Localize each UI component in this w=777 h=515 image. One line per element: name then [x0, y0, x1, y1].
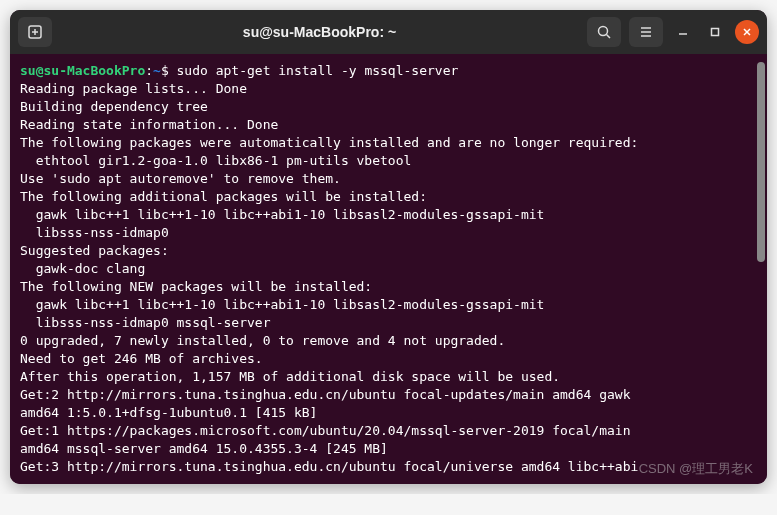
- minimize-button[interactable]: [671, 20, 695, 44]
- output-line: After this operation, 1,157 MB of additi…: [20, 369, 560, 384]
- titlebar: su@su-MacBookPro: ~: [10, 10, 767, 54]
- window-title: su@su-MacBookPro: ~: [52, 24, 587, 40]
- terminal-window: su@su-MacBookPro: ~ su@su-MacBookPro:~$ …: [10, 10, 767, 484]
- scrollbar[interactable]: [757, 62, 765, 262]
- prompt-path: ~: [153, 63, 161, 78]
- close-button[interactable]: [735, 20, 759, 44]
- output-line: libsss-nss-idmap0: [20, 225, 169, 240]
- prompt-symbol: $: [161, 63, 169, 78]
- svg-point-3: [599, 27, 608, 36]
- output-line: Get:2 http://mirrors.tuna.tsinghua.edu.c…: [20, 387, 630, 402]
- menu-button[interactable]: [629, 17, 663, 47]
- output-line: Get:3 http://mirrors.tuna.tsinghua.edu.c…: [20, 459, 638, 474]
- output-line: 0 upgraded, 7 newly installed, 0 to remo…: [20, 333, 505, 348]
- svg-line-4: [607, 35, 611, 39]
- svg-rect-9: [712, 29, 719, 36]
- output-line: gawk-doc clang: [20, 261, 145, 276]
- output-line: amd64 1:5.0.1+dfsg-1ubuntu0.1 [415 kB]: [20, 405, 317, 420]
- output-line: Suggested packages:: [20, 243, 169, 258]
- output-line: The following NEW packages will be insta…: [20, 279, 372, 294]
- output-line: libsss-nss-idmap0 mssql-server: [20, 315, 270, 330]
- output-line: gawk libc++1 libc++1-10 libc++abi1-10 li…: [20, 207, 544, 222]
- search-button[interactable]: [587, 17, 621, 47]
- output-line: gawk libc++1 libc++1-10 libc++abi1-10 li…: [20, 297, 544, 312]
- output-line: Get:1 https://packages.microsoft.com/ubu…: [20, 423, 630, 438]
- terminal-content[interactable]: su@su-MacBookPro:~$ sudo apt-get install…: [10, 54, 767, 484]
- output-line: Building dependency tree: [20, 99, 208, 114]
- output-line: Reading package lists... Done: [20, 81, 247, 96]
- output-line: amd64 mssql-server amd64 15.0.4355.3-4 […: [20, 441, 388, 456]
- output-line: The following packages were automaticall…: [20, 135, 638, 150]
- new-tab-button[interactable]: [18, 17, 52, 47]
- output-line: Reading state information... Done: [20, 117, 278, 132]
- output-line: Use 'sudo apt autoremove' to remove them…: [20, 171, 341, 186]
- prompt-user-host: su@su-MacBookPro: [20, 63, 145, 78]
- output-line: The following additional packages will b…: [20, 189, 427, 204]
- output-line: ethtool gir1.2-goa-1.0 libx86-1 pm-utils…: [20, 153, 411, 168]
- command-text: sudo apt-get install -y mssql-server: [177, 63, 459, 78]
- prompt-separator: :: [145, 63, 153, 78]
- output-line: Need to get 246 MB of archives.: [20, 351, 263, 366]
- maximize-button[interactable]: [703, 20, 727, 44]
